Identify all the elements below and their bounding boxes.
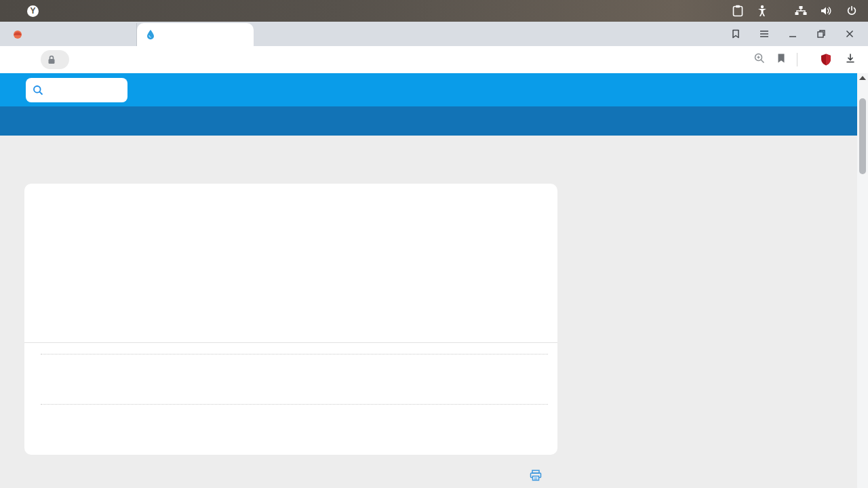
scrollbar-up-arrow[interactable] (859, 76, 866, 80)
precip-section (24, 393, 557, 455)
window-restore-button[interactable] (810, 24, 833, 43)
printer-icon[interactable] (530, 470, 542, 481)
adblock-shield-icon[interactable] (819, 53, 834, 66)
print-row (24, 470, 557, 481)
search-icon (33, 85, 43, 96)
dotted-rule (41, 354, 548, 354)
wind-values-row (24, 363, 557, 393)
volume-icon[interactable] (821, 5, 833, 16)
new-tab-button[interactable] (260, 25, 279, 44)
openweather-favicon (12, 29, 23, 40)
zoom-search-icon[interactable] (753, 52, 766, 67)
site-search-box[interactable] (26, 78, 127, 102)
os-top-bar: Y (0, 0, 868, 22)
browser-tab-strip (0, 22, 868, 46)
tab-gismeteo[interactable] (137, 23, 254, 46)
yandex-browser-icon: Y (27, 5, 39, 17)
forecast-card (24, 184, 557, 455)
gismeteo-main-nav (0, 73, 857, 106)
page-scrollbar[interactable] (857, 73, 868, 488)
browser-menu-icon[interactable] (753, 24, 776, 43)
page-content (0, 136, 857, 488)
precip-values-row (24, 413, 557, 455)
temperature-band (24, 266, 557, 342)
forecast-icons-row (24, 227, 557, 266)
lock-icon (47, 55, 56, 64)
download-icon[interactable] (845, 53, 856, 66)
scrollbar-thumb[interactable] (859, 98, 866, 174)
browser-address-bar (0, 46, 868, 73)
focused-app-menu[interactable]: Y (27, 5, 44, 17)
accessibility-icon[interactable] (757, 5, 768, 17)
network-icon[interactable] (795, 5, 807, 16)
temperature-band-chart (24, 296, 557, 340)
dotted-rule (41, 404, 548, 405)
tab-openweather[interactable] (4, 23, 137, 46)
url-chip[interactable] (41, 50, 69, 69)
power-icon[interactable] (846, 5, 857, 16)
bookmarks-panel-icon[interactable] (724, 24, 747, 43)
forecast-days-row (24, 195, 557, 227)
toolbar-divider (797, 53, 797, 66)
gismeteo-favicon (145, 29, 156, 40)
bookmark-icon[interactable] (776, 53, 786, 66)
gismeteo-sub-nav (0, 106, 857, 136)
window-close-button[interactable] (838, 24, 861, 43)
window-minimize-button[interactable] (781, 24, 804, 43)
clipboard-icon[interactable] (732, 5, 743, 17)
wind-section (24, 342, 557, 393)
